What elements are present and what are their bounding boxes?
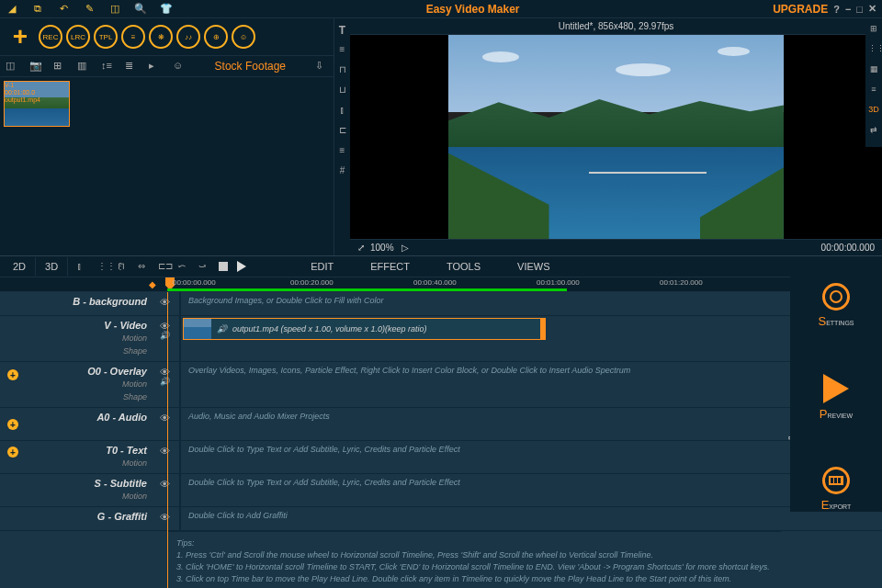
music-button[interactable]: ♪♪ <box>176 25 200 49</box>
copy-icon[interactable]: ⧉ <box>31 3 44 16</box>
maximize-button[interactable]: □ <box>856 4 863 15</box>
tl-icon-5[interactable]: ⊏⊐ <box>158 261 169 272</box>
visibility-toggle[interactable]: 👁 <box>160 446 172 454</box>
app-title: Easy Video Maker <box>173 3 773 16</box>
undo-icon[interactable]: ↶ <box>57 3 70 16</box>
download-icon[interactable]: ⇩ <box>315 60 328 73</box>
ruler-marker-icon[interactable]: ◆ <box>149 279 160 290</box>
tool-b[interactable]: ⊓ <box>337 64 348 75</box>
tool-e[interactable]: ⊏ <box>337 125 348 136</box>
stock-footage-button[interactable]: Stock Footage <box>215 60 286 73</box>
upgrade-button[interactable]: UPGRADE <box>773 3 828 16</box>
visibility-toggle[interactable]: 👁 <box>160 413 172 421</box>
menu-views[interactable]: VIEWS <box>517 261 549 272</box>
play-icon <box>823 374 849 403</box>
tl-icon-6[interactable]: ⤺ <box>178 261 189 272</box>
tool-f[interactable]: ≡ <box>337 145 348 156</box>
tab-2d[interactable]: 2D <box>4 257 36 276</box>
track-lane[interactable]: Double Click to Add Graffiti <box>180 507 781 530</box>
time-ruler[interactable]: ◆ 00:00:00.000 00:00:20.000 00:00:40.000… <box>0 277 882 292</box>
rtool-4[interactable]: ≡ <box>868 85 879 96</box>
tool-a[interactable]: ≡ <box>337 44 348 55</box>
text-tool[interactable]: T <box>337 24 348 35</box>
smile-icon[interactable]: ☺ <box>173 60 186 73</box>
pen-icon[interactable]: ✎ <box>83 3 96 16</box>
preview-label: Preview <box>820 407 853 421</box>
tool-c[interactable]: ⊔ <box>337 85 348 96</box>
play-preview-button[interactable]: ▷ <box>401 243 409 253</box>
tl-icon-3[interactable]: ⊓ <box>118 261 129 272</box>
audio-toggle[interactable]: 🔊 <box>160 331 172 339</box>
shirt-icon[interactable]: 👕 <box>160 3 173 16</box>
help-button[interactable]: ? <box>833 4 840 15</box>
rec-button[interactable]: REC <box>39 25 62 49</box>
tl-icon-4[interactable]: ⇔ <box>138 261 149 272</box>
clip-label: output1.mp4 (speed x 1.00, volume x 1.0)… <box>232 324 427 334</box>
visibility-toggle[interactable]: 👁 <box>160 512 172 520</box>
export-icon <box>822 467 850 494</box>
tl-icon-7[interactable]: ⤻ <box>198 261 209 272</box>
list-icon[interactable]: ≣ <box>125 60 138 73</box>
rtool-swap[interactable]: ⇄ <box>868 125 879 136</box>
track-lane[interactable]: Double Click to Type Text or Add Subtitl… <box>180 441 781 473</box>
face-button[interactable]: ☺ <box>232 25 255 49</box>
rtool-1[interactable]: ⊞ <box>868 24 879 35</box>
effects-button[interactable]: ❋ <box>149 25 173 49</box>
track-lane[interactable]: Overlay Videos, Images, Icons, Particle … <box>180 362 781 407</box>
timeline: B - background 👁 Background Images, or D… <box>0 292 882 588</box>
play-button[interactable] <box>237 261 246 272</box>
video-icon[interactable]: ⊞ <box>53 60 66 73</box>
add-audio-button[interactable]: + <box>7 419 18 430</box>
add-media-button[interactable]: + <box>6 22 35 51</box>
track-lane[interactable]: 🔊 output1.mp4 (speed x 1.00, volume x 1.… <box>180 316 781 361</box>
video-clip[interactable]: 🔊 output1.mp4 (speed x 1.00, volume x 1.… <box>183 318 546 340</box>
list-button[interactable]: ≡ <box>121 25 145 49</box>
title-bar: ◢ ⧉ ↶ ✎ ◫ 🔍 👕 Easy Video Maker UPGRADE ?… <box>0 0 882 18</box>
tool-d[interactable]: ⫿ <box>337 105 348 116</box>
target-button[interactable]: ⊕ <box>204 25 228 49</box>
preview-viewport[interactable] <box>350 35 882 239</box>
preview-button[interactable]: Preview <box>820 374 853 421</box>
lrc-button[interactable]: LRC <box>66 25 90 49</box>
add-overlay-button[interactable]: + <box>7 369 18 380</box>
track-lane[interactable]: Audio, Music and Audio Mixer Projects <box>180 408 781 440</box>
menu-effect[interactable]: EFFECT <box>370 261 410 272</box>
timecode: 00:00:00.000 <box>821 243 875 253</box>
close-button[interactable]: ✕ <box>868 3 876 15</box>
menu-tools[interactable]: TOOLS <box>447 261 481 272</box>
visibility-toggle[interactable]: 👁 <box>160 367 172 375</box>
menu-edit[interactable]: EDIT <box>311 261 334 272</box>
tips-title: Tips: <box>176 537 772 549</box>
frames-icon[interactable]: ▥ <box>77 60 90 73</box>
export-button[interactable]: Export <box>821 467 852 512</box>
add-text-button[interactable]: + <box>7 447 18 458</box>
rtool-3[interactable]: ▦ <box>868 64 879 75</box>
tool-g[interactable]: # <box>337 165 348 176</box>
settings-button[interactable]: Settings <box>818 283 854 328</box>
app-icon[interactable]: ◢ <box>6 3 18 16</box>
visibility-toggle[interactable]: 👁 <box>160 321 172 329</box>
visibility-toggle[interactable]: 👁 <box>160 297 172 305</box>
media-thumbnail[interactable]: V-1 00:01:00.0 output1.mp4 <box>4 81 70 127</box>
track-overlay: + O0 - Overlay Motion Shape 👁🔊 Overlay V… <box>0 362 882 408</box>
rtool-3d[interactable]: 3D <box>868 105 879 116</box>
track-lane[interactable]: Background Images, or Double Click to Fi… <box>180 292 781 315</box>
audio-toggle[interactable]: 🔊 <box>160 377 172 385</box>
zoom-reset-icon[interactable]: ⤢ <box>357 243 365 253</box>
sort-icon[interactable]: ↕≡ <box>101 60 114 73</box>
media-bin[interactable]: V-1 00:01:00.0 output1.mp4 <box>0 77 334 255</box>
tl-icon-2[interactable]: ⋮⋮⋮ <box>97 261 108 272</box>
rtool-2[interactable]: ⋮⋮ <box>868 44 879 55</box>
tool-1-icon[interactable]: ◫ <box>6 60 18 73</box>
tab-3d[interactable]: 3D <box>36 257 68 276</box>
camera-icon[interactable]: 📷 <box>29 60 42 73</box>
tl-icon-1[interactable]: ⫿ <box>77 261 88 272</box>
track-lane[interactable]: Double Click to Type Text or Add Subtitl… <box>180 474 781 506</box>
tl-icon-stop[interactable] <box>219 262 228 271</box>
visibility-toggle[interactable]: 👁 <box>160 479 172 487</box>
minimize-button[interactable]: − <box>845 4 851 15</box>
flag-icon[interactable]: ▸ <box>149 60 162 73</box>
tpl-button[interactable]: TPL <box>94 25 118 49</box>
search-icon[interactable]: 🔍 <box>134 3 147 16</box>
columns-icon[interactable]: ◫ <box>108 3 121 16</box>
